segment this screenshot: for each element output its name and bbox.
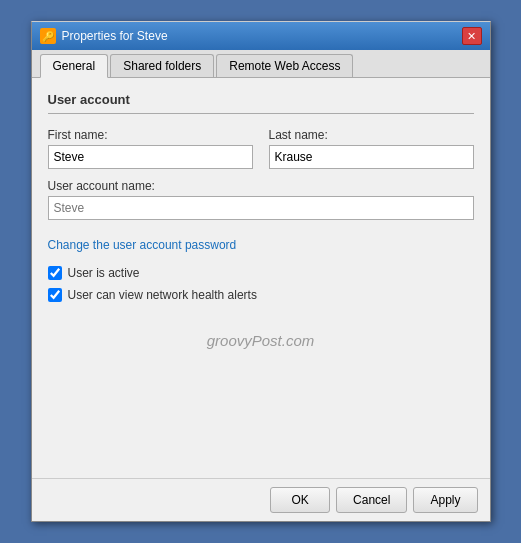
watermark: groovyPost.com	[48, 332, 474, 349]
account-name-label: User account name:	[48, 179, 474, 193]
title-bar-left: 🔑 Properties for Steve	[40, 28, 168, 44]
tab-shared-folders[interactable]: Shared folders	[110, 54, 214, 77]
window-title: Properties for Steve	[62, 29, 168, 43]
close-button[interactable]: ✕	[462, 27, 482, 45]
first-name-input[interactable]	[48, 145, 253, 169]
section-divider	[48, 113, 474, 114]
ok-button[interactable]: OK	[270, 487, 330, 513]
network-health-label: User can view network health alerts	[68, 288, 257, 302]
tab-content: User account First name: Last name: User…	[32, 78, 490, 478]
first-name-group: First name:	[48, 128, 253, 169]
tab-bar: General Shared folders Remote Web Access	[32, 50, 490, 78]
cancel-button[interactable]: Cancel	[336, 487, 407, 513]
title-bar: 🔑 Properties for Steve ✕	[32, 22, 490, 50]
first-name-label: First name:	[48, 128, 253, 142]
last-name-input[interactable]	[269, 145, 474, 169]
name-row: First name: Last name:	[48, 128, 474, 169]
window-icon: 🔑	[40, 28, 56, 44]
account-name-row: User account name:	[48, 179, 474, 220]
account-name-input[interactable]	[48, 196, 474, 220]
network-health-row: User can view network health alerts	[48, 288, 474, 302]
apply-button[interactable]: Apply	[413, 487, 477, 513]
last-name-label: Last name:	[269, 128, 474, 142]
properties-window: 🔑 Properties for Steve ✕ General Shared …	[31, 21, 491, 522]
user-active-label: User is active	[68, 266, 140, 280]
user-active-checkbox[interactable]	[48, 266, 62, 280]
network-health-checkbox[interactable]	[48, 288, 62, 302]
section-title: User account	[48, 92, 474, 107]
change-password-link[interactable]: Change the user account password	[48, 238, 237, 252]
user-active-row: User is active	[48, 266, 474, 280]
footer: OK Cancel Apply	[32, 478, 490, 521]
account-name-group: User account name:	[48, 179, 474, 220]
last-name-group: Last name:	[269, 128, 474, 169]
tab-general[interactable]: General	[40, 54, 109, 78]
tab-remote-web-access[interactable]: Remote Web Access	[216, 54, 353, 77]
